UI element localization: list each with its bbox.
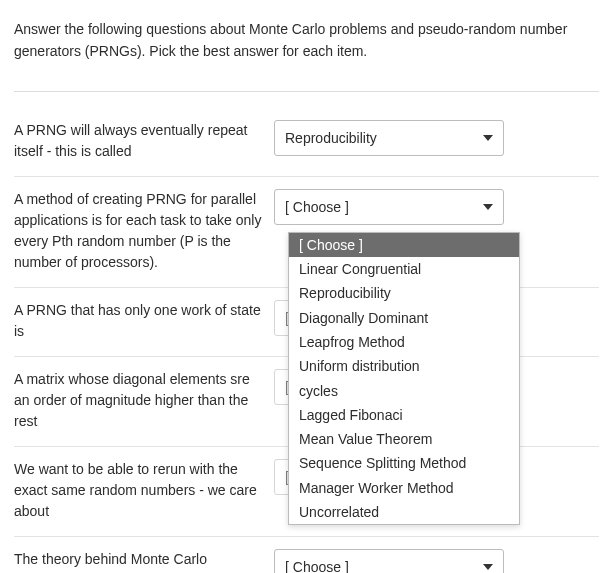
select-value: [ Choose ] (285, 559, 349, 573)
question-prompt-6: The theory behind Monte Carlo methods (14, 549, 274, 573)
answer-select-6[interactable]: [ Choose ] (274, 549, 504, 573)
answer-select-1[interactable]: Reproducibility (274, 120, 504, 156)
select-value: [ Choose ] (285, 199, 349, 215)
question-prompt-4: A matrix whose diagonal elements sre an … (14, 369, 274, 432)
dropdown-option[interactable]: Reproducibility (289, 281, 519, 305)
dropdown-option[interactable]: Uncorrelated (289, 500, 519, 524)
dropdown-option[interactable]: Leapfrog Method (289, 330, 519, 354)
question-row: A PRNG will always eventually repeat its… (14, 108, 599, 177)
answer-dropdown-open[interactable]: [ Choose ] Linear Congruential Reproduci… (288, 232, 520, 526)
dropdown-option-highlighted[interactable]: [ Choose ] (289, 233, 519, 257)
answer-select-2[interactable]: [ Choose ] (274, 189, 504, 225)
dropdown-option[interactable]: Mean Value Theorem (289, 427, 519, 451)
dropdown-option[interactable]: Diagonally Dominant (289, 306, 519, 330)
dropdown-option[interactable]: cycles (289, 379, 519, 403)
select-value: Reproducibility (285, 130, 377, 146)
question-prompt-2: A method of creating PRNG for parallel a… (14, 189, 274, 273)
question-prompt-1: A PRNG will always eventually repeat its… (14, 120, 274, 162)
dropdown-option[interactable]: Uniform distribution (289, 354, 519, 378)
question-row: The theory behind Monte Carlo methods [ … (14, 537, 599, 573)
chevron-down-icon (483, 204, 493, 210)
question-prompt-3: A PRNG that has only one work of state i… (14, 300, 274, 342)
dropdown-option[interactable]: Lagged Fibonaci (289, 403, 519, 427)
divider (14, 91, 599, 92)
question-prompt-5: We want to be able to rerun with the exa… (14, 459, 274, 522)
chevron-down-icon (483, 564, 493, 570)
dropdown-option[interactable]: Linear Congruential (289, 257, 519, 281)
dropdown-option[interactable]: Manager Worker Method (289, 476, 519, 500)
chevron-down-icon (483, 135, 493, 141)
dropdown-option[interactable]: Sequence Splitting Method (289, 451, 519, 475)
question-intro: Answer the following questions about Mon… (14, 18, 599, 63)
